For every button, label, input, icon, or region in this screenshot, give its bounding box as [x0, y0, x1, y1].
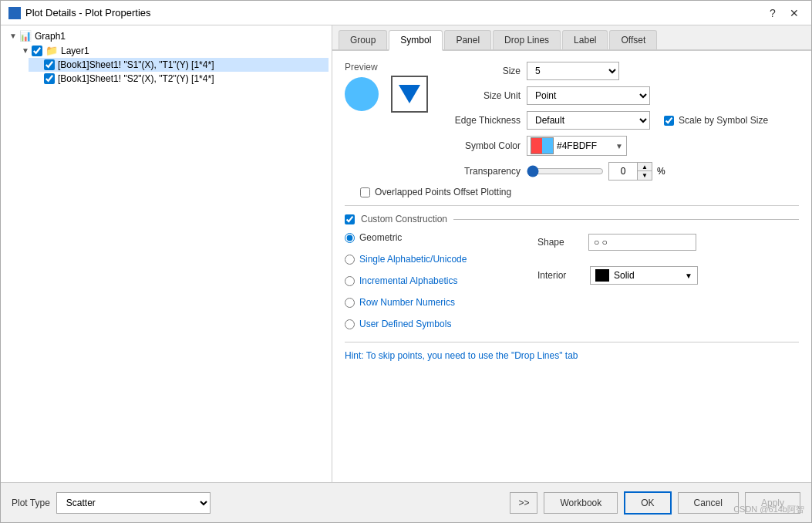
edge-thickness-row: Edge Thickness Default Scale by Symbol S… [436, 111, 799, 130]
preview-visuals [345, 76, 428, 113]
divider1 [345, 205, 799, 206]
app-icon [8, 7, 21, 19]
color-value: #4FBDFF [557, 140, 612, 151]
watermark: CSDN @614b阿智 [733, 504, 804, 515]
plot-type-label: Plot Type [12, 498, 50, 508]
spinner-down[interactable]: ▼ [638, 171, 652, 180]
edge-thickness-select[interactable]: Default [527, 111, 650, 130]
help-button[interactable]: ? [763, 5, 782, 22]
expand-icon: ▼ [7, 32, 19, 40]
overlapped-checkbox[interactable] [360, 187, 370, 197]
radio-single-alpha: Single Alphabetic/Unicode [345, 254, 514, 265]
interior-label: Interior [537, 270, 584, 281]
tree-panel: ▼ 📊 Graph1 ▼ 📁 Layer1 [Book1]Sheet1! "S1… [1, 25, 332, 482]
tab-symbol[interactable]: Symbol [389, 30, 443, 51]
cancel-button[interactable]: Cancel [678, 492, 739, 514]
tab-drop-lines[interactable]: Drop Lines [493, 30, 561, 49]
tab-offset[interactable]: Offset [609, 30, 657, 49]
preview-label: Preview [345, 62, 378, 73]
layer-checkbox[interactable] [32, 46, 42, 56]
symbol-color-row: Symbol Color #4FBDFF ▼ [436, 136, 799, 156]
spinner-wrapper: ▲ ▼ [608, 162, 652, 181]
double-arrow-button[interactable]: >> [510, 492, 537, 514]
series2-expand [32, 75, 44, 83]
spinner-arrows: ▲ ▼ [637, 163, 652, 180]
tree-series1[interactable]: [Book1]Sheet1! "S1"(X), "T1"(Y) [1*4*] [29, 58, 329, 72]
main-window: Plot Details - Plot Properties ? ✕ ▼ 📊 G… [0, 0, 812, 523]
symbol-color-label: Symbol Color [436, 140, 521, 151]
tab-label[interactable]: Label [562, 30, 608, 49]
radio-user-defined: User Defined Symbols [345, 319, 514, 329]
scale-by-symbol-checkbox[interactable] [664, 116, 674, 126]
transparency-slider[interactable] [527, 165, 604, 177]
size-unit-row: Size Unit Point [436, 86, 799, 105]
plot-type-select[interactable]: Scatter [56, 492, 211, 514]
tab-panel[interactable]: Panel [444, 30, 491, 49]
color-swatch [531, 137, 554, 154]
radio-geometric-label: Geometric [359, 232, 402, 243]
interior-select[interactable]: Solid ▼ [590, 266, 698, 285]
custom-construction-header: Custom Construction [345, 214, 799, 224]
radio-row-number-input[interactable] [345, 298, 355, 308]
series1-checkbox[interactable] [44, 59, 55, 70]
interior-row: Interior Solid ▼ [537, 266, 698, 285]
overlapped-label: Overlapped Points Offset Plotting [375, 187, 511, 197]
scale-checkbox-row: Scale by Symbol Size [664, 115, 768, 126]
close-button[interactable]: ✕ [785, 5, 804, 22]
tree-layer[interactable]: ▼ 📁 Layer1 [16, 43, 329, 58]
radio-user-defined-input[interactable] [345, 319, 355, 329]
expand-icon-layer: ▼ [19, 46, 32, 55]
size-unit-label: Size Unit [436, 90, 521, 101]
preview-circle [345, 77, 379, 111]
custom-construction-checkbox[interactable] [345, 214, 355, 224]
series1-expand [32, 61, 44, 69]
tree-series2-label: [Book1]Sheet1! "S2"(X), "T2"(Y) [1*4*] [58, 73, 214, 84]
overlapped-row: Overlapped Points Offset Plotting [360, 187, 799, 197]
preview-triangle [399, 85, 420, 103]
transparency-input[interactable] [609, 165, 637, 177]
workbook-button[interactable]: Workbook [544, 492, 618, 514]
preview-settings-row: Preview Size [345, 62, 799, 184]
shape-input[interactable] [588, 234, 696, 251]
radio-incremental-input[interactable] [345, 276, 355, 286]
interior-value: Solid [614, 270, 635, 281]
title-bar: Plot Details - Plot Properties ? ✕ [1, 1, 811, 25]
size-select[interactable]: 5 [527, 62, 619, 80]
divider2 [345, 342, 799, 342]
radio-single-alpha-label: Single Alphabetic/Unicode [359, 254, 467, 265]
shape-label: Shape [537, 237, 584, 248]
layer-icon: 📁 [45, 45, 58, 56]
radio-user-defined-label: User Defined Symbols [359, 319, 451, 329]
shape-row: Shape [537, 234, 698, 251]
shape-interior-group: Shape Interior Solid ▼ [537, 232, 698, 334]
tabs-bar: Group Symbol Panel Drop Lines Label Offs… [332, 25, 811, 51]
size-unit-select[interactable]: Point [527, 86, 650, 105]
tab-group[interactable]: Group [339, 30, 387, 49]
size-row: Size 5 [436, 62, 799, 80]
custom-construction-label: Custom Construction [361, 214, 447, 224]
right-panel-wrapper: Group Symbol Panel Drop Lines Label Offs… [332, 25, 811, 482]
preview-symbol-box [391, 76, 428, 113]
radio-single-alpha-input[interactable] [345, 255, 355, 265]
spinner-up[interactable]: ▲ [638, 163, 652, 171]
tree-series1-label: [Book1]Sheet1! "S1"(X), "T1"(Y) [1*4*] [58, 59, 214, 70]
series2-checkbox[interactable] [44, 73, 55, 84]
radio-geometric-input[interactable] [345, 233, 355, 243]
ok-button[interactable]: OK [624, 491, 671, 515]
radio-group: Geometric Single Alphabetic/Unicode Incr… [345, 232, 514, 334]
transparency-controls: ▲ ▼ % [527, 162, 665, 181]
dropdown-arrow-icon: ▼ [615, 142, 623, 150]
title-bar-right: ? ✕ [763, 5, 804, 22]
symbol-color-dropdown[interactable]: #4FBDFF ▼ [527, 136, 627, 156]
interior-swatch [595, 269, 609, 282]
settings-right: Size 5 Size Unit Point [436, 62, 799, 184]
tree-series2[interactable]: [Book1]Sheet1! "S2"(X), "T2"(Y) [1*4*] [29, 72, 329, 86]
radio-row-number: Row Number Numerics [345, 297, 514, 308]
graph-icon: 📊 [19, 30, 32, 42]
tree-root[interactable]: ▼ 📊 Graph1 [4, 29, 329, 43]
transparency-row: Transparency ▲ ▼ % [436, 162, 799, 181]
section-divider [453, 219, 799, 220]
radio-row-number-label: Row Number Numerics [359, 297, 455, 308]
bottom-bar: Plot Type Scatter >> Workbook OK Cancel … [1, 482, 811, 522]
edge-thickness-label: Edge Thickness [436, 115, 521, 126]
